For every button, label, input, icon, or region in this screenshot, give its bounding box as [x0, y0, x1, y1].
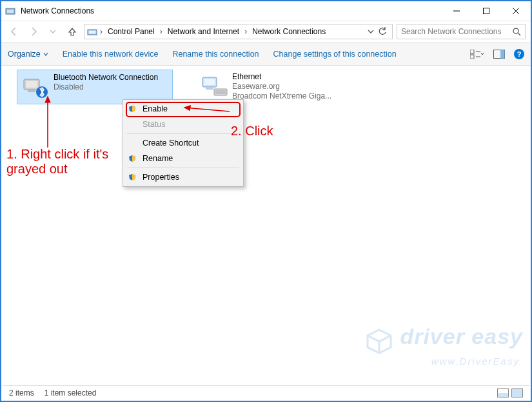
- address-dropdown-icon[interactable]: [368, 28, 374, 35]
- shield-icon: [128, 155, 137, 162]
- connection-status: Disabled: [54, 82, 158, 92]
- cmd-rename-connection[interactable]: Rename this connection: [172, 50, 259, 59]
- menu-item-create-shortcut[interactable]: Create Shortcut: [123, 135, 243, 151]
- shield-icon: [128, 173, 137, 181]
- adapter-icon: [200, 72, 228, 100]
- svg-rect-1: [7, 10, 14, 13]
- view-mode-tiles-icon[interactable]: [511, 388, 523, 397]
- forward-button[interactable]: [26, 24, 41, 39]
- annotation-step1: 1. Right click if it's grayed out: [6, 147, 123, 177]
- watermark: driver easy www.DriverEasy.: [365, 324, 523, 367]
- refresh-icon[interactable]: [378, 27, 387, 36]
- svg-rect-10: [470, 50, 474, 53]
- svg-rect-21: [204, 79, 215, 85]
- svg-rect-18: [28, 90, 35, 92]
- search-icon: [512, 27, 521, 36]
- watermark-url: www.DriverEasy.: [431, 356, 523, 367]
- menu-separator: [127, 168, 239, 168]
- search-placeholder: Search Network Connections: [401, 27, 501, 36]
- maximize-button[interactable]: [471, 1, 501, 21]
- status-selected-count: 1 item selected: [44, 388, 97, 397]
- content-area: Bluetooth Network Connection Disabled Et…: [3, 67, 529, 384]
- back-button[interactable]: [6, 24, 22, 39]
- search-input[interactable]: Search Network Connections: [397, 24, 526, 39]
- up-button[interactable]: [64, 24, 80, 39]
- menu-label: Properties: [143, 173, 237, 182]
- menu-separator: [127, 133, 239, 134]
- svg-rect-3: [484, 8, 489, 14]
- view-mode-details-icon[interactable]: [497, 388, 509, 397]
- organize-menu[interactable]: Organize: [8, 50, 48, 59]
- watermark-brand: driver easy: [400, 324, 523, 349]
- help-icon[interactable]: ?: [514, 49, 524, 59]
- chevron-right-icon[interactable]: ›: [99, 27, 104, 36]
- context-menu: Enable Status Create Shortcut Rename Pro…: [123, 99, 244, 187]
- menu-label: Create Shortcut: [143, 139, 237, 148]
- menu-item-rename[interactable]: Rename: [123, 151, 243, 166]
- svg-rect-7: [89, 31, 95, 34]
- breadcrumb-network-internet[interactable]: Network and Internet: [165, 27, 242, 36]
- command-bar: Organize Enable this network device Rena…: [1, 43, 531, 66]
- adapter-icon: [21, 73, 50, 101]
- svg-point-8: [513, 28, 518, 34]
- svg-rect-22: [206, 87, 213, 90]
- window-title: Network Connections: [21, 6, 94, 15]
- recent-dropdown[interactable]: [45, 24, 61, 39]
- annotation-step2: 2. Click: [231, 124, 273, 139]
- svg-rect-17: [26, 81, 37, 88]
- cmd-change-settings[interactable]: Change settings of this connection: [273, 50, 397, 59]
- cube-icon: [365, 327, 393, 356]
- path-root-icon: [87, 26, 97, 37]
- menu-label: Enable: [143, 104, 237, 113]
- menu-label: Status: [143, 120, 237, 129]
- menu-item-status: Status: [123, 117, 243, 132]
- organize-label: Organize: [8, 50, 41, 59]
- chevron-right-icon[interactable]: ›: [159, 27, 164, 36]
- shield-icon: [128, 105, 137, 113]
- menu-item-enable[interactable]: Enable: [123, 101, 243, 117]
- status-item-count: 2 items: [9, 388, 34, 397]
- breadcrumb-network-connections[interactable]: Network Connections: [250, 27, 328, 36]
- connection-name: Ethernet: [232, 72, 331, 82]
- menu-item-properties[interactable]: Properties: [123, 169, 243, 185]
- connection-adapter: Broadcom NetXtreme Giga...: [232, 91, 331, 101]
- preview-pane-icon[interactable]: [493, 50, 505, 59]
- address-bar[interactable]: › Control Panel › Network and Internet ›…: [84, 24, 393, 39]
- close-button[interactable]: [501, 1, 531, 21]
- svg-line-9: [518, 33, 520, 35]
- cmd-enable-device[interactable]: Enable this network device: [63, 50, 159, 59]
- nav-bar: › Control Panel › Network and Internet ›…: [1, 21, 531, 43]
- view-options-icon[interactable]: [470, 50, 484, 59]
- connection-name: Bluetooth Network Connection: [54, 73, 158, 82]
- app-icon: [5, 6, 15, 16]
- chevron-down-icon: [43, 52, 48, 57]
- menu-label: Rename: [143, 154, 237, 163]
- breadcrumb-control-panel[interactable]: Control Panel: [105, 27, 157, 36]
- status-bar: 2 items 1 item selected: [3, 385, 529, 399]
- title-bar: Network Connections: [1, 1, 531, 21]
- chevron-right-icon[interactable]: ›: [243, 27, 248, 36]
- minimize-button[interactable]: [442, 1, 471, 21]
- connection-domain: Easeware.org: [232, 82, 331, 91]
- svg-rect-15: [500, 50, 505, 58]
- svg-rect-11: [470, 55, 474, 59]
